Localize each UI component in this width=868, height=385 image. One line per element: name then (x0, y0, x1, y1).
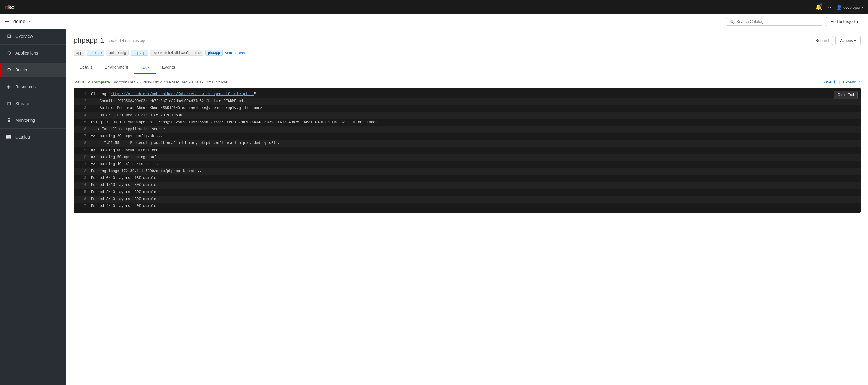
user-menu[interactable]: 👤 developer ▾ (836, 4, 863, 10)
go-to-end-button[interactable]: Go to End (834, 91, 858, 99)
log-line: 12Pushing image 172.30.1.1:5000/demo/php… (73, 168, 861, 175)
log-line-number: 1 (77, 92, 86, 97)
actions-button[interactable]: Actions ▾ (835, 36, 861, 45)
tab-environment[interactable]: Environment (98, 62, 134, 74)
sidebar-divider-6 (0, 128, 66, 129)
more-labels-link[interactable]: More labels... (224, 51, 248, 55)
sidebar-divider-4 (0, 95, 66, 95)
label-buildconfig[interactable]: buildconfig (106, 50, 129, 56)
save-link[interactable]: Save ⬇ (823, 80, 836, 84)
log-line-content: Pushed 0/10 layers, 13% complete (91, 175, 160, 181)
sidebar-item-overview[interactable]: ⊞ Overview (0, 29, 66, 43)
builds-icon: ⊙ (6, 67, 12, 73)
log-line: 15Pushed 2/10 layers, 30% complete (73, 189, 861, 196)
log-line: 7=> sourcing 20-copy-config.sh ... (73, 133, 861, 140)
save-label: Save (823, 80, 832, 84)
search-catalog-input[interactable] (736, 19, 819, 24)
label-app[interactable]: app (73, 50, 85, 56)
status-complete: Complete (92, 80, 110, 84)
notification-dot (820, 3, 823, 6)
status-right: Save ⬇ | Expand ↗ (823, 80, 861, 84)
resources-icon: ◈ (6, 84, 12, 90)
log-line-content: Author: Muhammad Ahsan Khan <56512649+ma… (91, 105, 262, 111)
log-line-number: 4 (77, 113, 86, 118)
label-phpapp-1[interactable]: phpapp (87, 50, 104, 56)
search-catalog-input-wrapper: 🔍 (726, 18, 823, 26)
log-line: 4 Date: Fri Dec 20 21:39:05 2019 +0500 (73, 112, 861, 119)
page-header: phpapp-1 created 4 minutes ago Rebuild A… (73, 36, 861, 45)
page-actions: Rebuild Actions ▾ (811, 36, 861, 45)
builds-chevron: › (61, 68, 61, 71)
add-to-project-button[interactable]: Add to Project ▾ (826, 17, 863, 26)
status-bar: Status: ✔ Complete Log from Dec 20, 2019… (73, 80, 861, 84)
log-line-number: 6 (77, 127, 86, 132)
log-line-content: Pushed 2/10 layers, 30% complete (91, 190, 160, 195)
sidebar-item-storage[interactable]: ◻ Storage (0, 96, 66, 110)
hamburger-menu[interactable]: ☰ (5, 19, 10, 25)
log-line-content: Pushed 1/10 layers, 30% complete (91, 182, 160, 188)
log-line-number: 3 (77, 105, 86, 111)
app-layout: ⊞ Overview ⬡ Applications › ⊙ Builds › ◈… (0, 29, 868, 385)
label-phpapp-3[interactable]: phpapp (205, 50, 223, 56)
sidebar-divider-3 (0, 78, 66, 78)
project-name[interactable]: demo (13, 19, 25, 24)
add-to-project-chevron: ▾ (857, 19, 859, 24)
log-line-number: 13 (77, 175, 86, 181)
tab-details[interactable]: Details (73, 62, 98, 74)
applications-chevron: › (61, 51, 61, 55)
rebuild-button[interactable]: Rebuild (811, 36, 833, 45)
log-line-number: 15 (77, 190, 86, 195)
log-line-number: 2 (77, 98, 86, 104)
log-line: 16Pushed 3/10 layers, 30% complete (73, 196, 861, 203)
sidebar-divider-1 (0, 44, 66, 44)
sidebar-divider-5 (0, 112, 66, 112)
log-lines: 1Cloning "https://github.com/mahsankhaan… (73, 88, 861, 213)
main-content: phpapp-1 created 4 minutes ago Rebuild A… (66, 29, 868, 385)
project-chevron[interactable]: ▾ (29, 20, 31, 24)
log-line-number: 8 (77, 140, 86, 146)
tab-logs[interactable]: Logs (134, 62, 156, 74)
notification-icon[interactable]: 🔔 (815, 4, 822, 10)
log-line-number: 10 (77, 155, 86, 160)
sidebar: ⊞ Overview ⬡ Applications › ⊙ Builds › ◈… (0, 29, 66, 385)
log-line-number: 16 (77, 196, 86, 202)
tab-events[interactable]: Events (156, 62, 181, 74)
sidebar-item-catalog[interactable]: 📖 Catalog (0, 130, 66, 144)
label-openshift-build-config-name[interactable]: openshift.io/build-config.name (150, 50, 204, 56)
storage-icon: ◻ (6, 101, 12, 106)
sidebar-label-resources: Resources (16, 84, 36, 89)
sidebar-item-resources[interactable]: ◈ Resources › (0, 79, 66, 94)
help-circle: ? (827, 5, 829, 10)
log-line-number: 7 (77, 133, 86, 139)
help-icon[interactable]: ? ▾ (827, 5, 831, 10)
log-line: 11=> sourcing 40-ssl-certs.sh ... (73, 161, 861, 168)
log-line-content: => sourcing 40-ssl-certs.sh ... (91, 161, 158, 167)
log-line-content: Pushing image 172.30.1.1:5000/demo/phpap… (91, 168, 204, 174)
log-line-content: Pushed 3/10 layers, 30% complete (91, 196, 160, 202)
sidebar-label-builds: Builds (16, 67, 27, 72)
expand-link[interactable]: Expand ↗ (843, 80, 861, 84)
log-line-number: 9 (77, 148, 86, 153)
log-line: 8---> 17:55:55 Processing additional arb… (73, 140, 861, 147)
status-time-range: Log from Dec 20, 2019 10:54:44 PM to Dec… (112, 80, 227, 84)
log-line-content: Using 172.30.1.1:5000/openshift/php@sha2… (91, 120, 378, 125)
resources-chevron: › (61, 85, 61, 88)
help-chevron: ▾ (830, 6, 831, 9)
user-chevron: ▾ (862, 6, 863, 9)
sidebar-label-monitoring: Monitoring (16, 118, 35, 123)
log-line: 6---> Installing application source... (73, 126, 861, 133)
search-icon: 🔍 (730, 19, 735, 24)
log-line: 3 Author: Muhammad Ahsan Khan <56512649+… (73, 105, 861, 112)
go-to-end-label: Go to End (838, 93, 854, 97)
sidebar-label-applications: Applications (16, 51, 38, 56)
sidebar-item-applications[interactable]: ⬡ Applications › (0, 46, 66, 60)
checkmark-icon: ✔ (87, 80, 91, 84)
log-line-content: => sourcing 20-copy-config.sh ... (91, 133, 163, 139)
sidebar-item-monitoring[interactable]: 🖥 Monitoring (0, 113, 66, 127)
okd-logo[interactable]: okd (5, 4, 15, 11)
git-repo-link[interactable]: https://github.com/mahsankhaan/Kubernete… (111, 92, 254, 96)
label-phpapp-2[interactable]: phpapp (130, 50, 148, 56)
sidebar-label-catalog: Catalog (16, 135, 30, 139)
actions-label: Actions (840, 38, 853, 43)
sidebar-item-builds[interactable]: ⊙ Builds › (0, 63, 66, 77)
